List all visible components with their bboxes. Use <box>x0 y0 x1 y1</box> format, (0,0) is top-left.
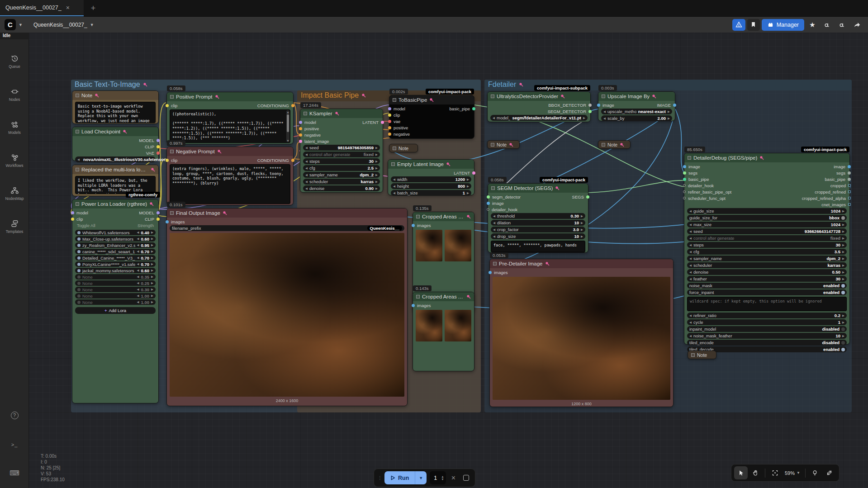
connection-slot[interactable] <box>71 211 74 214</box>
connection-slot[interactable] <box>848 203 851 206</box>
connection-slot[interactable] <box>71 218 74 221</box>
text-widget[interactable]: Basic text-to-image workflow using a Noo… <box>75 102 156 123</box>
help-button[interactable]: ? <box>0 412 29 419</box>
collapse-box[interactable] <box>76 94 79 97</box>
widget-c-[interactable]: ◀c ::novaAnimaXL_IllustriousV30.safetens… <box>75 156 156 162</box>
connection-slot[interactable] <box>299 121 302 124</box>
decrement-arrow-icon[interactable]: ◀ <box>689 264 692 267</box>
connection-slot[interactable] <box>166 220 169 223</box>
connection-slot[interactable] <box>683 184 686 187</box>
decrement-arrow-icon[interactable]: ◀ <box>137 269 139 272</box>
scroll-down-icon[interactable]: ▼ <box>286 139 289 142</box>
node-note-collapsed-1[interactable]: Note <box>389 144 418 152</box>
increment-arrow-icon[interactable]: ▶ <box>151 269 153 272</box>
decrement-arrow-icon[interactable]: ◀ <box>137 262 139 266</box>
node-header[interactable]: Upscale Image By <box>598 92 675 101</box>
decrement-arrow-icon[interactable]: ◀ <box>137 256 139 260</box>
lora-toggle[interactable] <box>77 282 81 285</box>
node-pre-detailer-image[interactable]: 0.053sPre-Detailer Imageimages1200 x 800 <box>489 259 674 407</box>
connection-slot[interactable] <box>683 178 686 181</box>
node-note-basic[interactable]: NoteBasic text-to-image workflow using a… <box>72 90 159 124</box>
node-ultralytics-detector-provider[interactable]: comfyui-impact-subpackUltralyticsDetecto… <box>487 91 591 122</box>
connection-slot[interactable] <box>157 152 160 155</box>
toggle-knob[interactable] <box>841 348 845 351</box>
plugin-button-a[interactable] <box>821 19 834 31</box>
decrement-arrow-icon[interactable]: ◀ <box>137 250 139 253</box>
node-note-collapsed-2[interactable]: Note <box>487 140 520 149</box>
comfyui-logo[interactable]: C <box>5 19 16 30</box>
lora-row[interactable]: None◀0.25▶ <box>75 280 156 286</box>
decrement-arrow-icon[interactable]: ◀ <box>137 300 139 304</box>
connection-slot[interactable] <box>388 114 391 117</box>
node-negative-prompt[interactable]: 0.997sNegative PromptclipCONDITIONING(ex… <box>166 147 294 205</box>
lora-row[interactable]: None◀1.00▶ <box>75 299 156 305</box>
lora-row[interactable]: canine_*****_sdxl_seaart_1.1.safet...◀0.… <box>75 249 156 254</box>
increment-arrow-icon[interactable]: ▶ <box>375 180 378 184</box>
decrement-arrow-icon[interactable]: ◀ <box>493 116 495 120</box>
widget-scale-by[interactable]: ◀scale_by2.00▶ <box>601 115 672 121</box>
text-widget[interactable]: ((photorealistic)), (****** *****:1.7), … <box>170 109 290 143</box>
connection-slot[interactable] <box>683 171 686 175</box>
node-header[interactable]: Power Lora Loader (rgthree) <box>72 199 158 208</box>
logo-chevron-down-icon[interactable]: ▼ <box>19 23 23 27</box>
increment-arrow-icon[interactable]: ▶ <box>151 256 153 260</box>
increment-arrow-icon[interactable]: ▶ <box>842 334 844 338</box>
bookmark-button[interactable] <box>747 19 760 31</box>
increment-arrow-icon[interactable]: ▶ <box>842 223 844 227</box>
decrement-arrow-icon[interactable]: ◀ <box>305 173 308 177</box>
collapse-box[interactable] <box>491 143 494 147</box>
collapse-box[interactable] <box>391 162 395 166</box>
widget-noise-mask[interactable]: noise_maskenabled <box>687 283 847 289</box>
decrement-arrow-icon[interactable]: ◀ <box>689 270 692 274</box>
collapse-box[interactable] <box>493 262 497 265</box>
decrement-arrow-icon[interactable]: ◀ <box>689 243 692 247</box>
lora-toggle[interactable] <box>77 288 81 291</box>
increment-arrow-icon[interactable]: ▶ <box>581 235 583 238</box>
collapse-box[interactable] <box>170 211 174 215</box>
increment-arrow-icon[interactable]: ▶ <box>375 146 378 150</box>
collapse-box[interactable] <box>602 143 605 147</box>
image-thumbnail[interactable] <box>416 310 442 341</box>
connection-slot[interactable] <box>588 104 592 107</box>
widget-seed[interactable]: ◀seed936626643147728▶ <box>687 228 847 234</box>
batch-count-input[interactable]: 1 ▲▼ <box>430 471 446 484</box>
node-header[interactable]: Positive Prompt <box>167 92 293 101</box>
zoom-level-dropdown[interactable]: 59% ▼ <box>783 466 802 479</box>
increment-arrow-icon[interactable]: ▶ <box>375 153 378 156</box>
widget-filename_prefix[interactable]: filename_prefixQueenKesis__ <box>170 225 404 231</box>
increment-arrow-icon[interactable]: ▶ <box>151 275 153 279</box>
widget-threshold[interactable]: ◀threshold0.30▶ <box>491 213 585 219</box>
connection-slot[interactable] <box>472 171 475 175</box>
decrement-arrow-icon[interactable]: ◀ <box>305 166 308 170</box>
lora-row[interactable]: PonyXLCanine*****_v1.safetensors◀0.70▶ <box>75 261 156 267</box>
collapse-box[interactable] <box>416 215 420 218</box>
workflow-chevron-down-icon[interactable]: ▼ <box>90 23 94 27</box>
sidebar-item-queue[interactable]: Queue <box>0 54 29 69</box>
connection-slot[interactable] <box>848 171 851 175</box>
decrement-arrow-icon[interactable]: ◀ <box>689 321 692 324</box>
decrement-arrow-icon[interactable]: ◀ <box>689 334 692 338</box>
widget-model-name[interactable]: ◀model_namesegm/fdetailerAdetailerFor_v1… <box>490 115 588 121</box>
new-tab-button[interactable]: + <box>84 0 103 16</box>
decrement-arrow-icon[interactable]: ◀ <box>137 243 139 247</box>
increment-arrow-icon[interactable]: ▶ <box>375 187 378 190</box>
collapse-box[interactable] <box>170 150 174 153</box>
add-lora-button[interactable]: + Add Lora <box>75 307 156 314</box>
widget-dilation[interactable]: ◀dilation10▶ <box>491 220 585 226</box>
node-header[interactable]: Negative Prompt <box>167 147 293 156</box>
node-header[interactable]: Empty Latent Image <box>388 160 474 169</box>
increment-arrow-icon[interactable]: ▶ <box>151 262 153 266</box>
lora-toggle[interactable] <box>77 237 81 241</box>
toggle-knob[interactable] <box>841 341 845 345</box>
decrement-arrow-icon[interactable]: ◀ <box>689 257 692 261</box>
lora-row[interactable]: zy_Realism_Enhancer_v2.safetensors◀0.95▶ <box>75 242 156 248</box>
widget-sampler-name[interactable]: ◀sampler_namedpm_2▶ <box>303 172 380 178</box>
widget-refiner-ratio[interactable]: ◀refiner_ratio0.2▶ <box>687 313 847 318</box>
run-options-dropdown[interactable]: ▼ <box>415 471 427 484</box>
node-to-basic-pipe[interactable]: 0.002scomfyui-impact-packToBasicPipemode… <box>389 95 474 139</box>
connection-slot[interactable] <box>157 218 160 221</box>
increment-arrow-icon[interactable]: ▶ <box>842 264 844 267</box>
increment-arrow-icon[interactable]: ▶ <box>583 116 585 120</box>
connection-slot[interactable] <box>848 190 851 193</box>
collapse-box[interactable] <box>393 147 396 150</box>
